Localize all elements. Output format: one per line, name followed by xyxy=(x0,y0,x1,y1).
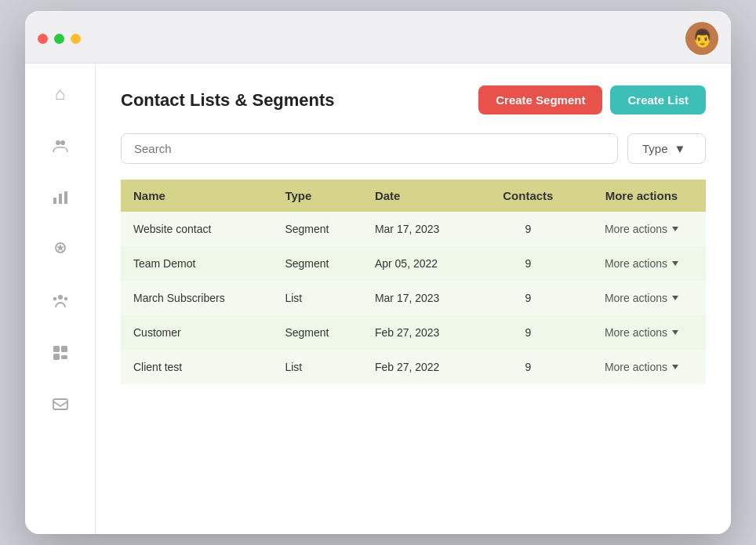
table-row: Customer Segment Feb 27, 2023 9 More act… xyxy=(121,315,706,350)
group-icon[interactable] xyxy=(45,286,75,316)
sidebar: ⌂ xyxy=(25,64,96,534)
contacts-table: Name Type Date Contacts More actions Web… xyxy=(121,180,706,384)
chevron-down-icon xyxy=(672,227,678,231)
cell-contacts: 9 xyxy=(479,246,577,281)
page-title: Contact Lists & Segments xyxy=(121,90,478,111)
close-dot[interactable] xyxy=(38,34,48,44)
chevron-down-icon: ▼ xyxy=(674,142,686,155)
svg-point-9 xyxy=(64,297,67,300)
svg-point-8 xyxy=(53,297,56,300)
cell-type: Segment xyxy=(272,315,362,350)
cell-name: March Subscribers xyxy=(121,281,272,315)
cell-date: Apr 05, 2022 xyxy=(362,246,479,281)
svg-point-1 xyxy=(60,140,65,145)
table-body: Website contact Segment Mar 17, 2023 9 M… xyxy=(121,212,706,384)
table-row: Client test List Feb 27, 2022 9 More act… xyxy=(121,350,706,384)
type-filter[interactable]: Type ▼ xyxy=(627,133,706,164)
maximize-dot[interactable] xyxy=(71,34,81,44)
chevron-down-icon xyxy=(672,261,678,266)
search-row: Type ▼ xyxy=(121,133,706,164)
titlebar: 👨 xyxy=(25,11,731,64)
svg-rect-12 xyxy=(53,354,60,360)
more-actions-button[interactable]: More actions xyxy=(605,326,678,339)
col-name: Name xyxy=(121,180,272,212)
chevron-down-icon xyxy=(672,296,678,300)
table-row: Website contact Segment Mar 17, 2023 9 M… xyxy=(121,212,706,246)
type-label: Type xyxy=(642,142,668,155)
svg-rect-13 xyxy=(61,355,67,359)
svg-point-7 xyxy=(58,295,63,300)
table-header: Name Type Date Contacts More actions xyxy=(121,180,706,212)
cell-contacts: 9 xyxy=(479,350,577,384)
table-row: Team Demot Segment Apr 05, 2022 9 More a… xyxy=(121,246,706,281)
col-contacts: Contacts xyxy=(479,180,577,212)
cell-date: Mar 17, 2023 xyxy=(362,281,479,315)
grid-icon[interactable] xyxy=(45,338,75,368)
svg-rect-10 xyxy=(53,346,60,352)
col-date: Date xyxy=(362,180,479,212)
cell-actions: More actions xyxy=(577,212,706,246)
svg-point-0 xyxy=(56,140,60,145)
analytics-icon[interactable] xyxy=(45,183,75,213)
svg-rect-2 xyxy=(53,198,56,204)
table-row: March Subscribers List Mar 17, 2023 9 Mo… xyxy=(121,281,706,315)
page-header: Contact Lists & Segments Create Segment … xyxy=(121,85,706,114)
cell-name: Client test xyxy=(121,350,272,384)
cell-name: Team Demot xyxy=(121,246,272,281)
cell-name: Website contact xyxy=(121,212,272,246)
cell-actions: More actions xyxy=(577,315,706,350)
search-input[interactable] xyxy=(121,133,618,164)
more-actions-button[interactable]: More actions xyxy=(605,361,678,373)
col-type: Type xyxy=(272,180,362,212)
col-actions: More actions xyxy=(577,180,706,212)
more-actions-button[interactable]: More actions xyxy=(605,223,678,235)
cell-type: List xyxy=(272,281,362,315)
cell-type: Segment xyxy=(272,212,362,246)
messages-icon[interactable] xyxy=(45,390,75,420)
cell-contacts: 9 xyxy=(479,315,577,350)
cell-type: List xyxy=(272,350,362,384)
cell-contacts: 9 xyxy=(479,212,577,246)
create-segment-button[interactable]: Create Segment xyxy=(478,85,602,114)
chevron-down-icon xyxy=(672,330,678,335)
cell-actions: More actions xyxy=(577,350,706,384)
cell-type: Segment xyxy=(272,246,362,281)
svg-marker-6 xyxy=(56,244,64,251)
app-window: 👨 ⌂ xyxy=(25,11,731,534)
cell-date: Mar 17, 2023 xyxy=(362,212,479,246)
chevron-down-icon xyxy=(672,365,678,369)
minimize-dot[interactable] xyxy=(54,34,64,44)
more-actions-button[interactable]: More actions xyxy=(605,292,678,304)
cell-actions: More actions xyxy=(577,281,706,315)
svg-rect-11 xyxy=(61,346,67,352)
avatar[interactable]: 👨 xyxy=(685,22,718,55)
svg-rect-3 xyxy=(59,194,62,204)
svg-rect-4 xyxy=(64,191,67,204)
more-actions-button[interactable]: More actions xyxy=(605,257,678,270)
cell-contacts: 9 xyxy=(479,281,577,315)
contacts-icon[interactable] xyxy=(45,131,75,161)
cell-date: Feb 27, 2023 xyxy=(362,315,479,350)
cell-actions: More actions xyxy=(577,246,706,281)
svg-rect-14 xyxy=(53,399,67,409)
cell-name: Customer xyxy=(121,315,272,350)
cell-date: Feb 27, 2022 xyxy=(362,350,479,384)
create-list-button[interactable]: Create List xyxy=(610,85,706,114)
home-icon[interactable]: ⌂ xyxy=(45,79,75,109)
rewards-icon[interactable] xyxy=(45,234,75,264)
main-layout: ⌂ Contact Lists & Segmen xyxy=(25,64,731,534)
main-content: Contact Lists & Segments Create Segment … xyxy=(96,64,731,534)
